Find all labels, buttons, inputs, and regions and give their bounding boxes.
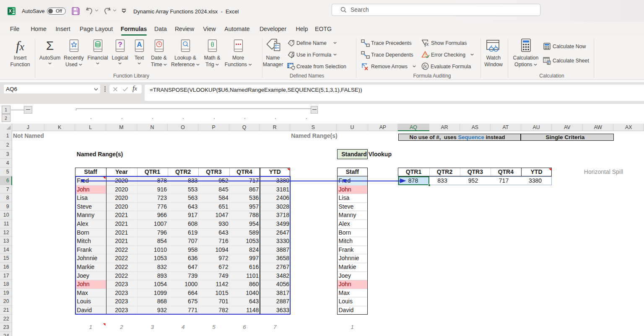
svg-text:fx: fx [291,53,295,58]
svg-text:?: ? [118,41,122,49]
svg-text:fx: fx [423,64,427,69]
svg-text:A: A [137,41,142,49]
svg-text:θ: θ [210,41,214,49]
svg-text:X: X [9,8,12,13]
svg-text:fx: fx [425,41,429,47]
